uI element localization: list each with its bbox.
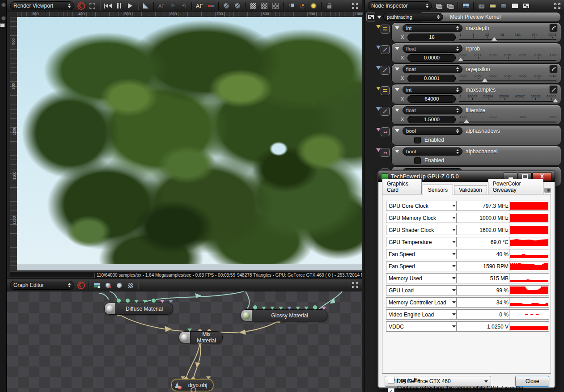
linear-curve-icon[interactable] xyxy=(549,85,558,94)
panel-selector-dropdown[interactable]: Graph Editor xyxy=(10,281,74,290)
subsample-coarse-icon[interactable] xyxy=(271,2,280,10)
panel-selector-dropdown[interactable]: Node Inspector xyxy=(368,1,432,10)
camera-icon[interactable] xyxy=(477,2,486,10)
restart-render-icon[interactable] xyxy=(76,281,85,289)
float-type-icon[interactable] xyxy=(381,45,390,54)
image-icon[interactable] xyxy=(461,2,470,10)
skip-to-start-icon[interactable] xyxy=(103,2,112,10)
param-slider[interactable]: 1312451615742048 xyxy=(459,33,556,42)
bool-type-icon[interactable]: ▸◂ xyxy=(381,127,390,136)
param-type-dropdown[interactable]: int xyxy=(403,86,462,94)
node-mix-material[interactable]: Mix Material xyxy=(179,331,223,343)
restart-render-icon[interactable] xyxy=(76,2,85,10)
collapse-triangle-icon[interactable] xyxy=(395,109,399,112)
fit-view-icon[interactable] xyxy=(88,2,97,10)
render-image[interactable] xyxy=(17,17,362,270)
set-square-icon[interactable] xyxy=(141,2,150,10)
tab-powercolor-giveaway[interactable]: PowerColor Giveaway xyxy=(488,179,544,194)
bool-type-icon[interactable]: ▸◂ xyxy=(381,148,390,157)
int-type-icon[interactable] xyxy=(381,86,390,95)
material-preview-icon[interactable] xyxy=(103,281,112,289)
tab-validation[interactable]: Validation xyxy=(454,185,487,194)
collapse-triangle-icon[interactable] xyxy=(395,47,399,50)
pink-pin-icon[interactable] xyxy=(376,148,381,152)
slider-handle[interactable] xyxy=(482,78,488,82)
texture-preview-icon[interactable] xyxy=(126,281,135,289)
nodegraph-icon[interactable] xyxy=(366,13,375,21)
yellow-pin-icon[interactable] xyxy=(376,25,381,29)
param-value-field[interactable]: 64000 xyxy=(407,95,456,103)
param-slider[interactable]: 0.000.000.000.000.000.020.10 xyxy=(459,74,556,83)
node-input-pins[interactable] xyxy=(181,376,211,379)
expand-panel-icon[interactable] xyxy=(351,281,360,289)
node-input-pins[interactable] xyxy=(253,307,326,310)
enabled-checkbox[interactable] xyxy=(414,157,421,164)
af-icon[interactable]: AF xyxy=(195,2,204,10)
anaglyph-icon[interactable] xyxy=(206,2,215,10)
lock-icon[interactable] xyxy=(325,2,334,10)
yellow-pin-icon[interactable] xyxy=(376,87,381,90)
film-settings-icon[interactable] xyxy=(488,2,497,10)
enabled-checkbox[interactable] xyxy=(414,137,421,143)
docked-panel-stub[interactable] xyxy=(0,23,5,27)
param-value-field[interactable]: 0.0001 xyxy=(407,75,456,82)
realtime-preview-icon[interactable] xyxy=(114,281,123,289)
play-icon[interactable] xyxy=(126,2,135,10)
int-type-icon[interactable] xyxy=(381,25,390,34)
blue-pin-icon[interactable] xyxy=(376,66,381,70)
lens-shift-icon[interactable] xyxy=(222,2,231,10)
blue-pin-icon[interactable] xyxy=(376,107,381,111)
param-type-dropdown[interactable]: int xyxy=(403,24,462,32)
preview-image-icon[interactable] xyxy=(92,281,101,289)
panel-selector-dropdown[interactable]: Render Viewport xyxy=(10,1,74,10)
imager-icon[interactable] xyxy=(510,2,519,10)
continue-refresh-row[interactable]: ✓ Continue refreshing this screen while … xyxy=(388,385,551,392)
float-type-icon[interactable] xyxy=(381,66,390,75)
sensor-dropdown[interactable]: GPU Shader Clock xyxy=(386,225,458,235)
slider-handle[interactable] xyxy=(553,99,558,102)
dock-handle-icon[interactable] xyxy=(1,3,6,7)
param-value-field[interactable]: 0.0000 xyxy=(407,54,456,62)
collapse-triangle-icon[interactable] xyxy=(395,150,399,153)
collapse-triangle-icon[interactable] xyxy=(377,16,382,19)
collapse-triangle-icon[interactable] xyxy=(395,129,399,132)
sensor-dropdown[interactable]: GPU Load xyxy=(386,285,458,295)
tab-graphics-card[interactable]: Graphics Card xyxy=(382,179,422,194)
sensor-dropdown[interactable]: Fan Speed xyxy=(386,261,458,271)
node-diffuse-material[interactable]: Diffuse Material xyxy=(104,303,173,315)
node-output-pin[interactable] xyxy=(191,387,196,392)
lens-distortion-icon[interactable] xyxy=(233,2,242,10)
af-point-icon[interactable]: AF xyxy=(157,2,166,10)
param-type-dropdown[interactable]: bool xyxy=(403,148,462,156)
subsample-fine-icon[interactable] xyxy=(249,2,258,10)
sensor-dropdown[interactable]: GPU Core Clock xyxy=(386,201,458,211)
sensor-dropdown[interactable]: VDDC xyxy=(386,321,458,332)
subsample-mid-icon[interactable] xyxy=(260,2,269,10)
collapse-triangle-icon[interactable] xyxy=(395,88,399,91)
blue-pin-icon[interactable] xyxy=(376,46,381,49)
rotate-ccw-icon[interactable]: ⟲ xyxy=(179,2,188,10)
param-type-dropdown[interactable]: float xyxy=(403,45,462,53)
copy-layers-icon[interactable] xyxy=(445,2,454,10)
log-to-file-row[interactable]: Log to file xyxy=(388,377,420,384)
slider-handle[interactable] xyxy=(458,58,463,61)
tab-sensors[interactable]: Sensors xyxy=(423,185,453,195)
param-value-field[interactable]: 16 xyxy=(407,34,456,41)
sensor-dropdown[interactable]: GPU Temperature xyxy=(386,237,458,247)
node-graph-canvas[interactable]: Diffuse Material Glossy Material Mix Mat… xyxy=(7,291,362,392)
log-curve-icon[interactable] xyxy=(549,65,558,73)
layers-icon[interactable] xyxy=(434,2,443,10)
param-slider[interactable]: 0.000.170.330.500.670.831.00 xyxy=(459,53,556,62)
expand-panel-icon[interactable] xyxy=(553,2,562,10)
save-image-icon[interactable] xyxy=(287,2,296,10)
environment-icon[interactable] xyxy=(499,2,508,10)
expand-panel-icon[interactable] xyxy=(351,2,360,10)
collapse-triangle-icon[interactable] xyxy=(395,67,399,71)
screenshot-camera-icon[interactable] xyxy=(544,188,551,193)
daylight-icon[interactable] xyxy=(309,2,318,10)
collapse-triangle-icon[interactable] xyxy=(395,26,399,30)
param-type-dropdown[interactable]: float xyxy=(403,65,462,73)
add-panel-icon[interactable] xyxy=(1,16,6,21)
param-type-dropdown[interactable]: bool xyxy=(403,127,462,135)
pink-pin-icon[interactable] xyxy=(376,128,381,131)
